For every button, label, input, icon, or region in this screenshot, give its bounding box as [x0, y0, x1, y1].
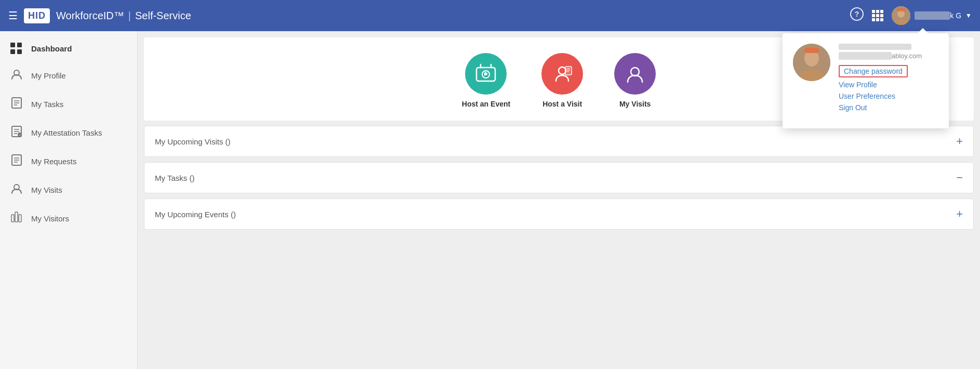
host-visit-action[interactable]: Host a Visit	[541, 53, 583, 108]
visitors-icon	[10, 212, 23, 226]
visits-icon	[10, 183, 23, 197]
svg-rect-28	[19, 215, 21, 222]
grid-dot	[876, 14, 879, 17]
host-visit-label: Host a Visit	[542, 100, 582, 108]
host-event-icon	[465, 53, 507, 95]
svg-rect-44	[804, 48, 819, 53]
dropdown-profile-row: abloy.com Change password View Profile U…	[793, 44, 938, 112]
user-preferences-link[interactable]: User Preferences	[839, 92, 938, 100]
email-domain: abloy.com	[892, 52, 922, 60]
svg-text:?: ?	[855, 10, 859, 18]
sidebar-item-my-visitors[interactable]: My Visitors	[0, 204, 137, 233]
dropdown-user-info: abloy.com Change password View Profile U…	[839, 44, 938, 112]
profile-icon	[10, 69, 23, 83]
requests-icon	[10, 154, 23, 168]
dropdown-username-blurred	[839, 44, 911, 50]
header-right: ? ██k G	[850, 6, 972, 25]
user-dropdown-arrow-icon: ▼	[965, 12, 972, 19]
upcoming-events-title: My Upcoming Events ()	[155, 210, 236, 219]
sidebar-item-label: My Requests	[31, 157, 77, 166]
svg-point-35	[559, 67, 566, 74]
svg-rect-6	[10, 43, 15, 47]
my-visits-icon	[614, 53, 656, 95]
grid-dot	[872, 14, 875, 17]
grid-dot	[880, 14, 883, 17]
user-dropdown-panel: abloy.com Change password View Profile U…	[783, 33, 949, 128]
svg-point-40	[631, 68, 639, 76]
grid-dot	[872, 18, 875, 21]
sidebar-item-dashboard[interactable]: Dashboard	[0, 35, 137, 61]
svg-rect-5	[897, 8, 905, 11]
tasks-section: My Tasks () −	[144, 162, 974, 193]
upcoming-events-section: My Upcoming Events () +	[144, 199, 974, 230]
sign-out-link[interactable]: Sign Out	[839, 103, 938, 112]
header-left: ☰ HID WorkforceID™ | Self-Service	[8, 8, 850, 23]
host-event-action[interactable]: Host an Event	[462, 53, 510, 108]
tasks-title: My Tasks ()	[155, 174, 194, 182]
sidebar-item-my-profile[interactable]: My Profile	[0, 61, 137, 90]
sidebar: Dashboard My Profile My Task	[0, 31, 138, 369]
upcoming-visits-toggle-icon[interactable]: +	[956, 136, 963, 147]
grid-dot	[872, 10, 875, 13]
apps-grid-icon[interactable]	[872, 10, 883, 21]
hamburger-menu-icon[interactable]: ☰	[8, 9, 18, 22]
tasks-header[interactable]: My Tasks () −	[144, 163, 973, 193]
svg-rect-36	[565, 67, 572, 75]
dashboard-icon	[10, 43, 23, 54]
tasks-toggle-icon[interactable]: −	[956, 172, 963, 183]
view-profile-link[interactable]: View Profile	[839, 81, 938, 89]
svg-rect-9	[17, 49, 22, 54]
user-menu-button[interactable]: ██k G ▼	[892, 6, 972, 25]
my-visits-label: My Visits	[619, 100, 651, 108]
app-name: WorkforceID™	[56, 10, 124, 22]
email-blurred-part	[839, 52, 892, 60]
hid-logo: HID	[24, 8, 50, 23]
upcoming-events-header[interactable]: My Upcoming Events () +	[144, 199, 973, 229]
grid-dot	[876, 18, 879, 21]
grid-dot	[880, 10, 883, 13]
upcoming-visits-title: My Upcoming Visits ()	[155, 137, 231, 146]
svg-rect-27	[15, 212, 18, 222]
dropdown-links: Change password View Profile User Prefer…	[839, 65, 938, 112]
tasks-icon	[10, 97, 23, 111]
sidebar-item-my-attestation-tasks[interactable]: ✓ My Attestation Tasks	[0, 118, 137, 147]
upcoming-events-toggle-icon[interactable]: +	[956, 208, 963, 220]
upcoming-visits-header[interactable]: My Upcoming Visits () +	[144, 126, 973, 156]
title-separator: |	[128, 10, 131, 22]
sidebar-item-my-requests[interactable]: My Requests	[0, 147, 137, 176]
svg-rect-8	[10, 49, 15, 54]
sidebar-item-label: My Tasks	[31, 100, 63, 109]
app-header: ☰ HID WorkforceID™ | Self-Service ?	[0, 0, 980, 31]
sidebar-item-label: My Visitors	[31, 214, 69, 223]
my-visits-action[interactable]: My Visits	[614, 53, 656, 108]
sidebar-item-label: My Visits	[31, 186, 62, 194]
svg-rect-7	[17, 43, 22, 47]
app-subtitle: Self-Service	[135, 10, 191, 22]
svg-rect-26	[11, 215, 14, 222]
svg-text:✓: ✓	[19, 134, 21, 137]
upcoming-visits-section: My Upcoming Visits () +	[144, 126, 974, 157]
avatar	[892, 6, 910, 25]
grid-dot	[876, 10, 879, 13]
change-password-link[interactable]: Change password	[839, 65, 908, 77]
dropdown-avatar	[793, 44, 830, 81]
app-title: WorkforceID™ | Self-Service	[56, 10, 191, 22]
dropdown-email: abloy.com	[839, 52, 938, 60]
sidebar-item-my-tasks[interactable]: My Tasks	[0, 90, 137, 118]
sidebar-item-label: My Attestation Tasks	[31, 128, 102, 137]
sidebar-item-label: Dashboard	[31, 44, 72, 53]
grid-dot	[880, 18, 883, 21]
sidebar-item-my-visits[interactable]: My Visits	[0, 176, 137, 204]
help-icon[interactable]: ?	[850, 7, 864, 24]
sidebar-item-label: My Profile	[31, 71, 66, 80]
user-name-display: ██k G	[915, 11, 961, 20]
host-event-label: Host an Event	[462, 100, 510, 108]
attestation-icon: ✓	[10, 126, 23, 140]
host-visit-icon	[541, 53, 583, 95]
